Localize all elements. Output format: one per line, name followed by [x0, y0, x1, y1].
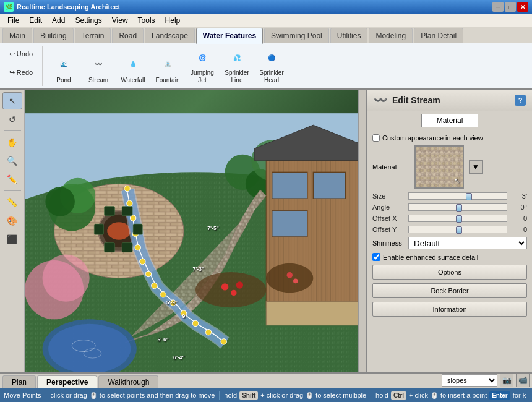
material-swatch[interactable]: ↖ — [414, 145, 464, 189]
keyboard-shortcut: Ctrl — [391, 391, 406, 400]
svg-point-42 — [160, 292, 166, 298]
ribbon-tab-building[interactable]: Building — [33, 28, 74, 43]
video-button[interactable]: 📹 — [516, 374, 530, 387]
offset-y-slider[interactable] — [408, 226, 507, 233]
ribbon-tab-terrain[interactable]: Terrain — [75, 28, 111, 43]
tool-orbit[interactable]: ↺ — [2, 111, 22, 128]
tool-jumping-jet[interactable]: 🌀Jumping Jet — [186, 47, 218, 85]
material-tab[interactable]: Material — [421, 114, 479, 127]
information-button[interactable]: Information — [372, 302, 527, 317]
menu-item-help[interactable]: Help — [160, 15, 186, 26]
tool-pan[interactable]: ✋ — [2, 134, 22, 151]
tool-measure[interactable]: 📏 — [2, 194, 22, 211]
svg-point-46 — [135, 244, 141, 250]
view-controls: slopesflatoverhead📷📹 — [442, 374, 530, 388]
options-button[interactable]: Options — [372, 265, 527, 280]
tool-draw[interactable]: ✏️ — [2, 171, 22, 188]
tool-label: Sprinkler Head — [257, 69, 286, 84]
shininess-label: Shininess — [372, 239, 406, 247]
ribbon-tab-water-features[interactable]: Water Features — [196, 28, 263, 44]
status-separator — [371, 391, 371, 400]
menu-item-edit[interactable]: Edit — [24, 15, 47, 26]
waterfall-icon: 💧 — [122, 53, 144, 75]
material-dropdown-btn[interactable]: ▼ — [469, 160, 483, 174]
status-separator — [219, 391, 220, 400]
svg-text:7'-3": 7'-3" — [193, 266, 204, 272]
ribbon-tab-utilities[interactable]: Utilities — [330, 28, 368, 43]
svg-point-67 — [48, 324, 131, 372]
ribbon-tab-landscape[interactable]: Landscape — [145, 28, 195, 43]
svg-text:5'-9": 5'-9" — [166, 299, 178, 306]
swatch-cursor: ↖ — [454, 176, 460, 185]
svg-point-44 — [145, 271, 152, 277]
left-toolbar: ↖↺✋🔍✏️📏🎨⬛ — [0, 90, 25, 372]
panel-title: Edit Stream — [392, 95, 510, 105]
enhanced-surface-checkbox[interactable] — [372, 253, 380, 261]
view-tab-plan[interactable]: Plan — [2, 375, 36, 388]
minimize-button[interactable]: ─ — [492, 2, 504, 12]
ribbon-tab-main[interactable]: Main — [2, 28, 32, 43]
view-dropdown[interactable]: slopesflatoverhead — [442, 374, 497, 387]
bottom-tabs: PlanPerspectiveWalkthroughslopesflatover… — [0, 372, 532, 388]
ribbon-tab-modeling[interactable]: Modeling — [369, 28, 413, 43]
tool-waterfall[interactable]: 💧Waterfall — [117, 47, 149, 85]
menu-item-view[interactable]: View — [107, 15, 133, 26]
ribbon-tab-road[interactable]: Road — [112, 28, 144, 43]
status-text: to select points and then drag to move — [100, 391, 215, 399]
tool-select[interactable]: ↖ — [2, 92, 22, 109]
tool-fountain[interactable]: ⛲Fountain — [152, 47, 184, 85]
custom-appearance-checkbox[interactable] — [372, 134, 380, 142]
view-tab-walkthrough[interactable]: Walkthrough — [98, 375, 158, 388]
ribbon-tab-swimming-pool[interactable]: Swimming Pool — [264, 28, 329, 43]
right-panel: 〰️ Edit Stream ? Material Custom appeara… — [366, 90, 532, 372]
canvas-area[interactable]: 7'-5" 7'-3" 5'-9" 9 5'-6" 6'-4" 7 7'-5" — [25, 90, 366, 372]
menu-item-add[interactable]: Add — [47, 15, 70, 26]
undo-button[interactable]: ↩Undo — [5, 46, 37, 62]
menu-item-file[interactable]: File — [2, 15, 24, 26]
shininess-select[interactable]: Default Low Medium High — [408, 237, 527, 249]
redo-button[interactable]: ↪Redo — [5, 64, 37, 80]
shininess-row: Shininess Default Low Medium High — [372, 237, 527, 249]
tool-layers[interactable]: ⬛ — [2, 231, 22, 248]
svg-text:6'-4": 6'-4" — [173, 354, 184, 361]
ribbon-tabs: MainBuildingTerrainRoadLandscapeWater Fe… — [0, 27, 532, 43]
custom-appearance-label: Custom appearance in each view — [382, 134, 483, 142]
stream-icon: 〰️ — [374, 93, 387, 107]
tool-sprinkler-head[interactable]: 🔵Sprinkler Head — [255, 47, 288, 85]
help-button[interactable]: ? — [515, 95, 526, 106]
rock-border-button[interactable]: Rock Border — [372, 283, 527, 298]
svg-rect-70 — [104, 207, 114, 216]
menu-item-settings[interactable]: Settings — [70, 15, 106, 26]
svg-rect-74 — [94, 224, 103, 234]
status-text: + click — [409, 391, 428, 399]
svg-text:9: 9 — [182, 313, 186, 319]
svg-point-43 — [152, 283, 158, 289]
close-button[interactable]: ✕ — [517, 2, 528, 12]
size-slider[interactable] — [408, 192, 507, 200]
tool-label: Sprinkler Line — [222, 69, 252, 84]
ribbon-tab-plan-detail[interactable]: Plan Detail — [414, 28, 463, 43]
menu-item-tools[interactable]: Tools — [133, 15, 160, 26]
snapshot-button[interactable]: 📷 — [500, 374, 513, 387]
tool-stream[interactable]: 〰️Stream — [82, 47, 114, 85]
svg-rect-75 — [133, 224, 142, 234]
offset-x-slider[interactable] — [408, 215, 507, 222]
svg-rect-34 — [313, 172, 345, 199]
svg-rect-71 — [122, 207, 132, 216]
mouse-icon: 🖱️ — [306, 392, 313, 399]
tool-label: Pond — [56, 77, 71, 84]
tool-zoom-in[interactable]: 🔍 — [2, 152, 22, 169]
angle-row: Angle 0° — [372, 203, 527, 211]
window-buttons: ─ □ ✕ — [492, 2, 528, 12]
status-text: click or drag — [51, 391, 87, 399]
maximize-button[interactable]: □ — [505, 2, 516, 12]
angle-slider[interactable] — [408, 203, 507, 211]
svg-point-22 — [107, 222, 131, 240]
tool-texture[interactable]: 🎨 — [2, 212, 22, 229]
size-row: Size 3' — [372, 192, 527, 200]
offset-x-label: Offset X — [372, 215, 406, 222]
tool-pond[interactable]: 🌊Pond — [48, 47, 80, 85]
tool-sprinkler-line[interactable]: 💦Sprinkler Line — [221, 47, 253, 85]
keyboard-shortcut: Shift — [239, 391, 258, 400]
view-tab-perspective[interactable]: Perspective — [37, 375, 97, 388]
